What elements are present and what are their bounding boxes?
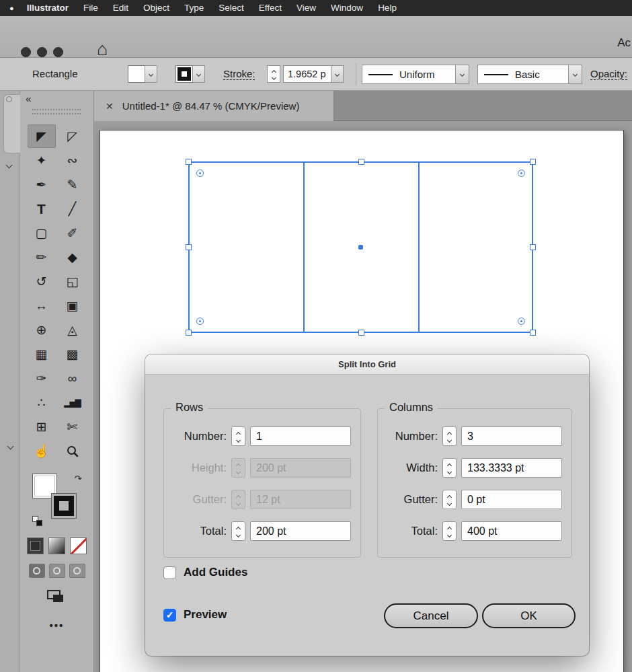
- screen-mode-button[interactable]: [47, 590, 67, 605]
- draw-behind-button[interactable]: [49, 564, 65, 578]
- shape-builder-tool[interactable]: ⊕: [28, 318, 56, 342]
- center-point[interactable]: [358, 245, 363, 250]
- menu-item-select[interactable]: Select: [211, 0, 251, 16]
- free-transform-tool[interactable]: ▣: [58, 294, 87, 318]
- width-tool[interactable]: ↔: [28, 294, 56, 318]
- stroke-weight-dropdown-button[interactable]: [331, 65, 344, 83]
- collapsed-panel-tab[interactable]: [3, 94, 20, 153]
- type-tool[interactable]: T: [28, 197, 56, 221]
- selection-handle-top-right[interactable]: [530, 159, 536, 165]
- panel-grip-handle[interactable]: [32, 109, 81, 114]
- slice-tool[interactable]: ✄: [58, 415, 87, 439]
- rows-total-stepper[interactable]: [231, 521, 245, 541]
- rows-number-stepper[interactable]: [231, 426, 245, 446]
- variable-width-profile-dropdown[interactable]: Uniform: [362, 65, 469, 84]
- selection-handle-mid-right[interactable]: [530, 244, 536, 250]
- gradient-button[interactable]: [48, 537, 65, 554]
- selection-handle-bottom-center[interactable]: [358, 330, 364, 336]
- zoom-tool[interactable]: [58, 439, 87, 463]
- window-close-button[interactable]: [21, 47, 31, 57]
- hand-tool[interactable]: ☝: [28, 439, 56, 463]
- panel-chevron-down-icon[interactable]: [7, 158, 11, 170]
- window-zoom-button[interactable]: [53, 47, 63, 57]
- stroke-weight-value[interactable]: 1.9652 p: [283, 65, 331, 83]
- scale-tool[interactable]: ◱: [58, 270, 87, 293]
- panel-chevron-down-icon[interactable]: [8, 439, 13, 451]
- window-minimize-button[interactable]: [37, 47, 47, 57]
- swap-fill-stroke-icon[interactable]: ↷: [75, 474, 82, 484]
- ok-button[interactable]: OK: [482, 603, 576, 628]
- selection-handle-top-left[interactable]: [186, 159, 192, 165]
- symbol-sprayer-tool[interactable]: ∴: [28, 391, 56, 414]
- artboard-tool[interactable]: ⊞: [28, 415, 56, 439]
- selection-handle-bottom-right[interactable]: [530, 330, 536, 336]
- paintbrush-tool[interactable]: ✐: [58, 221, 87, 245]
- selected-rectangle[interactable]: [188, 161, 533, 333]
- apple-menu-icon[interactable]: ●: [9, 4, 14, 12]
- column-graph-tool[interactable]: ▂▅▇: [58, 391, 87, 414]
- line-segment-tool[interactable]: ╱: [58, 197, 87, 221]
- default-fill-stroke-icon[interactable]: [32, 516, 42, 526]
- blend-tool[interactable]: ∞: [58, 367, 87, 390]
- opacity-label[interactable]: Opacity:: [590, 58, 627, 90]
- mesh-tool[interactable]: ▦: [28, 342, 56, 366]
- menu-item-effect[interactable]: Effect: [251, 0, 289, 16]
- gradient-tool[interactable]: ▩: [58, 342, 87, 366]
- live-corner-widget[interactable]: [196, 318, 204, 325]
- fill-dropdown-button[interactable]: [145, 65, 157, 83]
- curvature-tool[interactable]: ✎: [58, 173, 87, 196]
- menu-item-illustrator[interactable]: Illustrator: [19, 0, 76, 16]
- columns-total-stepper[interactable]: [442, 521, 457, 541]
- live-corner-widget[interactable]: [518, 170, 525, 177]
- direct-selection-tool[interactable]: ◸: [58, 124, 87, 148]
- menu-item-view[interactable]: View: [289, 0, 323, 16]
- selection-handle-top-center[interactable]: [358, 159, 364, 165]
- stroke-weight-label[interactable]: Stroke:: [223, 58, 255, 90]
- magic-wand-tool[interactable]: ✦: [28, 149, 56, 172]
- selection-handle-mid-left[interactable]: [186, 244, 192, 250]
- close-tab-icon[interactable]: ✕: [106, 101, 114, 112]
- chevron-down-icon[interactable]: [568, 65, 582, 83]
- edit-toolbar-button[interactable]: •••: [20, 620, 93, 631]
- menu-item-type[interactable]: Type: [177, 0, 211, 16]
- cancel-button[interactable]: Cancel: [384, 603, 478, 628]
- lasso-tool[interactable]: ∾: [58, 149, 87, 172]
- eraser-tool[interactable]: ◆: [58, 246, 87, 269]
- stroke-proxy-swatch[interactable]: [51, 493, 77, 519]
- perspective-grid-tool[interactable]: ◬: [58, 318, 87, 342]
- preview-checkbox[interactable]: [163, 609, 176, 622]
- chevron-down-icon[interactable]: [455, 65, 469, 83]
- document-tab[interactable]: ✕ Untitled-1* @ 84.47 % (CMYK/Preview): [94, 91, 334, 121]
- menu-item-help[interactable]: Help: [370, 0, 404, 16]
- collapse-panel-icon[interactable]: «: [26, 93, 30, 104]
- menu-item-window[interactable]: Window: [323, 0, 370, 16]
- stroke-weight-stepper[interactable]: [267, 65, 280, 83]
- pen-tool[interactable]: ✒: [28, 173, 56, 196]
- menu-item-edit[interactable]: Edit: [106, 0, 136, 16]
- shaper-tool[interactable]: ✏: [28, 246, 56, 269]
- color-button[interactable]: [27, 537, 44, 554]
- columns-number-stepper[interactable]: [442, 426, 457, 446]
- draw-normal-button[interactable]: [29, 564, 45, 578]
- rows-number-input[interactable]: 1: [250, 426, 351, 446]
- selection-handle-bottom-left[interactable]: [186, 330, 192, 336]
- add-guides-checkbox[interactable]: [163, 566, 176, 579]
- columns-width-input[interactable]: 133.3333 pt: [461, 458, 562, 478]
- rows-total-input[interactable]: 200 pt: [250, 521, 351, 541]
- columns-gutter-stepper[interactable]: [442, 490, 457, 509]
- selection-tool[interactable]: ◤: [28, 124, 56, 148]
- menu-item-object[interactable]: Object: [136, 0, 177, 16]
- none-button[interactable]: [70, 537, 87, 554]
- rectangle-tool[interactable]: ▢: [28, 221, 56, 245]
- home-icon[interactable]: ⌂: [97, 40, 108, 59]
- columns-total-input[interactable]: 400 pt: [461, 521, 562, 541]
- eyedropper-tool[interactable]: ✑: [28, 367, 56, 390]
- live-corner-widget[interactable]: [196, 170, 204, 177]
- stroke-color-swatch[interactable]: [175, 65, 193, 83]
- columns-gutter-input[interactable]: 0 pt: [461, 490, 562, 509]
- draw-inside-button[interactable]: [69, 564, 85, 578]
- columns-width-stepper[interactable]: [442, 458, 457, 478]
- live-corner-widget[interactable]: [518, 318, 525, 325]
- rotate-tool[interactable]: ↺: [28, 270, 56, 293]
- fill-color-swatch[interactable]: [128, 65, 145, 83]
